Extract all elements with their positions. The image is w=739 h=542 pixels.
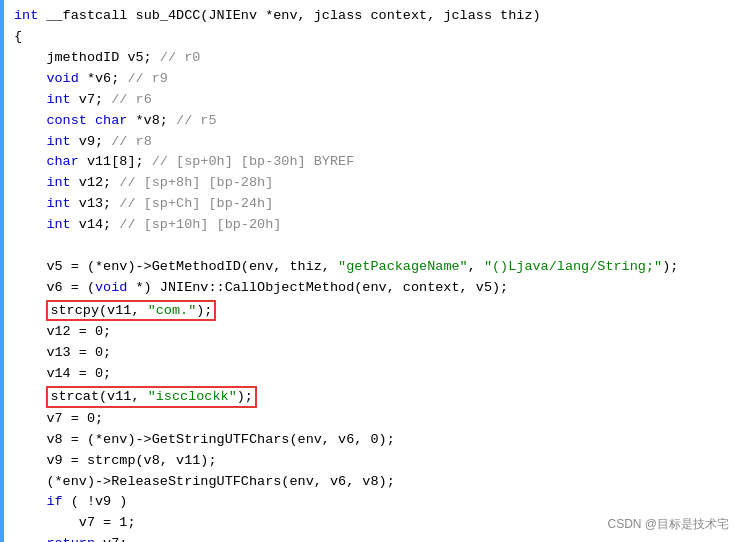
code-line-17: v8 = (*env)->GetStringUTFChars(env, v6, … — [14, 430, 731, 451]
strcpy-highlight: strcpy(v11, "com."); — [46, 300, 216, 322]
watermark: CSDN @目标是技术宅 — [607, 515, 729, 534]
code-line-15: v14 = 0; — [14, 364, 731, 385]
code-line-20: if ( !v9 ) — [14, 492, 731, 513]
code-line-11: v5 = (*env)->GetMethodID(env, thiz, "get… — [14, 257, 731, 278]
code-line-blank1 — [14, 236, 731, 257]
code-content: int __fastcall sub_4DCC(JNIEnv *env, jcl… — [8, 6, 731, 542]
code-line-1: { — [14, 27, 731, 48]
strcat-highlight: strcat(v11, "iscclockk"); — [46, 386, 257, 408]
code-line-7: char v11[8]; // [sp+0h] [bp-30h] BYREF — [14, 152, 731, 173]
code-viewer: int __fastcall sub_4DCC(JNIEnv *env, jcl… — [0, 0, 739, 542]
code-line-strcat: strcat(v11, "iscclockk"); — [14, 385, 731, 409]
code-line-18: v9 = strcmp(v8, v11); — [14, 451, 731, 472]
code-line-14: v13 = 0; — [14, 343, 731, 364]
code-line-8: int v12; // [sp+8h] [bp-28h] — [14, 173, 731, 194]
code-line-3: void *v6; // r9 — [14, 69, 731, 90]
code-line-4: int v7; // r6 — [14, 90, 731, 111]
code-line-9: int v13; // [sp+Ch] [bp-24h] — [14, 194, 731, 215]
code-line-13: v12 = 0; — [14, 322, 731, 343]
code-line-strcpy: strcpy(v11, "com."); — [14, 299, 731, 323]
code-line-16: v7 = 0; — [14, 409, 731, 430]
code-line-title: int __fastcall sub_4DCC(JNIEnv *env, jcl… — [14, 6, 731, 27]
code-line-6: int v9; // r8 — [14, 132, 731, 153]
code-line-19: (*env)->ReleaseStringUTFChars(env, v6, v… — [14, 472, 731, 493]
code-line-2: jmethodID v5; // r0 — [14, 48, 731, 69]
code-line-10: int v14; // [sp+10h] [bp-20h] — [14, 215, 731, 236]
code-line-12: v6 = (void *) JNIEnv::CallObjectMethod(e… — [14, 278, 731, 299]
code-line-22: return v7; — [14, 534, 731, 542]
left-accent-bar — [0, 0, 4, 542]
code-line-5: const char *v8; // r5 — [14, 111, 731, 132]
